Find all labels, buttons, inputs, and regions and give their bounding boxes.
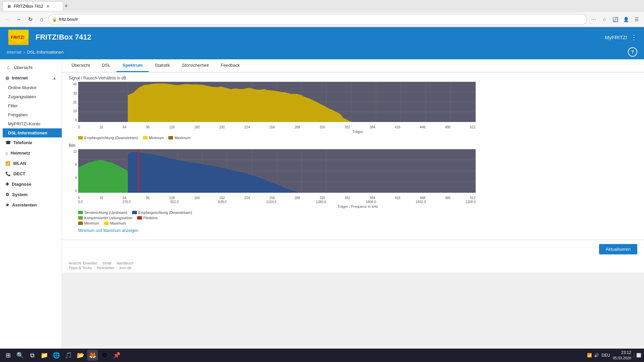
footer-newsletter[interactable]: Newsletter bbox=[97, 266, 114, 270]
min-max-link[interactable]: Minimum und Maximum anzeigen bbox=[78, 228, 138, 233]
legend-color-maximum bbox=[168, 136, 173, 139]
taskbar-ie[interactable]: 🌐 bbox=[51, 350, 62, 361]
sidebar-item-assistenten[interactable]: ★ Assistenten bbox=[0, 200, 62, 210]
chart1-y-labels: 40 30 20 10 0 bbox=[69, 82, 78, 122]
firefox-sync-button[interactable]: 🔄 bbox=[610, 15, 620, 24]
chart2-title: Bits bbox=[69, 143, 637, 148]
chart2-section: Bits 12 8 4 0 bbox=[69, 143, 637, 225]
chart2-legend: Senderichtung (Upstream) Empfangsrichtun… bbox=[69, 210, 637, 215]
menu-button[interactable]: ☰ bbox=[632, 15, 641, 24]
legend-minimum: Minimum bbox=[143, 136, 164, 140]
footer-inhalt[interactable]: Inhalt bbox=[103, 261, 112, 265]
sidebar-item-online-monitor[interactable]: Online-Monitor bbox=[3, 83, 62, 92]
legend2-color-upstream bbox=[78, 211, 83, 214]
sidebar-label-telefonie: Telefonie bbox=[13, 140, 32, 145]
legend-downstream: Empfangsrichtung (Downstream) bbox=[78, 136, 138, 140]
footer-handbuch[interactable]: Handbuch bbox=[117, 261, 133, 265]
sidebar-label-uebersicht: Übersicht bbox=[14, 65, 33, 70]
taskbar-folder[interactable]: 📂 bbox=[75, 350, 86, 361]
footer-ansicht[interactable]: Ansicht: Erweitert bbox=[69, 261, 98, 265]
back-button[interactable]: ← bbox=[3, 15, 12, 24]
sidebar-item-dsl-informationen[interactable]: DSL-Informationen bbox=[3, 128, 62, 137]
chart2-x-labels-carrier: 0 32 64 96 128 160 192 224 256 288 320 3… bbox=[69, 196, 476, 200]
sidebar-item-dect[interactable]: 📞 DECT bbox=[0, 169, 62, 179]
lock-icon: 🔒 bbox=[52, 17, 57, 22]
y2-label-0: 0 bbox=[69, 189, 77, 193]
sidebar-item-filter[interactable]: Filter bbox=[3, 101, 62, 110]
sidebar-item-heimnetz[interactable]: ⌂ Heimnetz bbox=[0, 148, 62, 158]
chart2-legend3: Minimum Maximum bbox=[69, 221, 637, 225]
legend-label-maximum: Maximum bbox=[174, 136, 191, 140]
tab-close-button[interactable]: ✕ bbox=[46, 4, 50, 9]
legend-color-downstream bbox=[78, 136, 83, 139]
y2-label-4: 4 bbox=[69, 176, 77, 180]
container-button[interactable]: 👤 bbox=[621, 15, 631, 24]
sidebar-item-freigaben[interactable]: Freigaben bbox=[3, 110, 62, 119]
taskbar-app2[interactable]: 📌 bbox=[111, 350, 122, 361]
new-tab-button[interactable]: + bbox=[64, 3, 68, 10]
sidebar-item-system[interactable]: ⚙ System bbox=[0, 189, 62, 200]
legend2-color-downstream bbox=[132, 211, 137, 214]
sidebar-item-uebersicht[interactable]: ⌂ Übersicht bbox=[0, 62, 62, 73]
sidebar-item-internet[interactable]: ◎ Internet ▲ bbox=[0, 73, 62, 83]
taskbar-firefox[interactable]: 🦊 bbox=[87, 350, 98, 361]
chart1-area bbox=[78, 82, 637, 122]
tab-uebersicht[interactable]: Übersicht bbox=[65, 59, 96, 72]
more-menu-button[interactable]: ⋮ bbox=[631, 33, 637, 41]
sidebar-label-internet: Internet bbox=[12, 75, 28, 80]
taskbar-explorer[interactable]: 📁 bbox=[39, 350, 50, 361]
toolbar-right: ⋯ ☆ 🔄 👤 ☰ bbox=[589, 15, 641, 24]
tab-dsl[interactable]: DSL bbox=[96, 59, 116, 72]
taskbar-vlc[interactable]: 🎵 bbox=[63, 350, 74, 361]
reload-button[interactable]: ↻ bbox=[25, 15, 35, 24]
sidebar-item-diagnose[interactable]: ✚ Diagnose bbox=[0, 179, 62, 189]
browser-tab[interactable]: 🖥 FRITZ!Box 7412 ✕ bbox=[3, 1, 63, 11]
legend2-color-maximum bbox=[104, 222, 109, 225]
start-button[interactable]: ⊞ bbox=[3, 350, 13, 361]
header-right: MyFRITZ! ⋮ bbox=[605, 33, 637, 41]
extensions-button[interactable]: ⋯ bbox=[589, 15, 598, 24]
myfritz-link[interactable]: MyFRITZ! bbox=[605, 35, 627, 40]
tab-favicon: 🖥 bbox=[7, 4, 11, 9]
home-button[interactable]: ⌂ bbox=[37, 15, 46, 24]
legend-color-minimum bbox=[143, 136, 148, 139]
address-bar[interactable] bbox=[59, 17, 583, 22]
breadcrumb-internet[interactable]: Internet bbox=[7, 50, 21, 55]
aktualisieren-button[interactable]: Aktualisieren bbox=[599, 244, 637, 254]
tab-spektrum[interactable]: Spektrum bbox=[116, 59, 149, 72]
tab-statistik[interactable]: Statistik bbox=[149, 59, 176, 72]
legend2-color-leitungsst bbox=[78, 216, 83, 220]
legend2-label-downstream: Empfangsrichtung (Downstream) bbox=[138, 210, 192, 215]
chart1-x-labels: 0 32 64 96 128 160 192 224 256 288 320 3… bbox=[69, 125, 476, 129]
y-label-20: 20 bbox=[69, 101, 77, 104]
footer-tipps[interactable]: Tipps & Tricks bbox=[69, 266, 92, 270]
y2-label-12: 12 bbox=[69, 150, 77, 154]
sidebar-item-wlan[interactable]: 📶 WLAN bbox=[0, 158, 62, 169]
bookmark-button[interactable]: ☆ bbox=[600, 15, 609, 24]
telefonie-icon: ☎ bbox=[5, 140, 11, 145]
charts-section: Signal / Rausch-Verhältnis in dB 40 30 2… bbox=[62, 72, 644, 240]
sidebar-item-myfritz-konto[interactable]: MyFRITZ!-Konto bbox=[3, 119, 62, 128]
taskbar-right: 📶 🔊 DEU 23:12 05.03.2020 ⬜ bbox=[587, 350, 641, 361]
search-button[interactable]: 🔍 bbox=[15, 350, 25, 361]
tab-feedback[interactable]: Feedback bbox=[215, 59, 246, 72]
footer: Ansicht: Erweitert Inhalt Handbuch Tipps… bbox=[62, 258, 644, 273]
taskview-button[interactable]: ⧉ bbox=[27, 350, 38, 361]
footer-avm[interactable]: avm.de bbox=[119, 266, 131, 270]
sidebar-item-telefonie[interactable]: ☎ Telefonie bbox=[0, 137, 62, 148]
help-button[interactable]: ? bbox=[628, 47, 637, 57]
taskbar-show-desktop[interactable]: ⬜ bbox=[634, 353, 641, 358]
svg-text:FRITZ!: FRITZ! bbox=[11, 35, 24, 40]
logo-area: FRITZ! FRITZ!Box 7412 bbox=[7, 28, 91, 47]
sidebar-label-freigaben: Freigaben bbox=[8, 112, 28, 117]
forward-button[interactable]: → bbox=[14, 15, 23, 24]
legend2-color-minimum bbox=[78, 222, 83, 225]
tab-stoersicherheit[interactable]: Störsicherheit bbox=[176, 59, 215, 72]
chart2-legend2: Kompensierter Leitungsstörer Pilottöne bbox=[69, 216, 637, 220]
y-label-30: 30 bbox=[69, 92, 77, 95]
app-title: FRITZ!Box 7412 bbox=[36, 33, 91, 42]
browser-chrome: 🖥 FRITZ!Box 7412 ✕ + ← → ↻ ⌂ 🔒 ⋯ ☆ 🔄 👤 ☰ bbox=[0, 0, 644, 27]
chart1-legend: Empfangsrichtung (Downstream) Minimum Ma… bbox=[69, 136, 637, 140]
sidebar-item-zugangsdaten[interactable]: Zugangsdaten bbox=[3, 92, 62, 101]
taskbar-app1[interactable]: ⚙ bbox=[99, 350, 110, 361]
